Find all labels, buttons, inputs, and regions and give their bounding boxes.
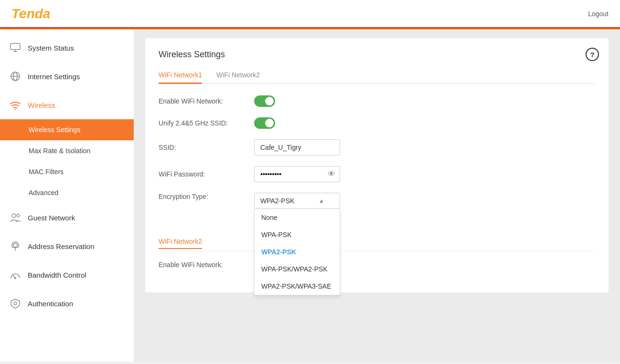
wifi-network1-content: Enable WiFi Network: Unify 2.4&5 GHz SSI… bbox=[159, 95, 595, 209]
encryption-label: Encryption Type: bbox=[159, 193, 254, 200]
ssid-row: SSID: bbox=[159, 139, 595, 156]
help-icon[interactable]: ? bbox=[586, 48, 599, 61]
option-wpa2-psk-wpa3-sae[interactable]: WPA2-PSK/WPA3-SAE bbox=[255, 278, 340, 295]
page-title: Wireless Settings bbox=[159, 50, 595, 60]
dropdown-selected[interactable]: WPA2-PSK ▲ bbox=[254, 193, 340, 209]
svg-point-8 bbox=[17, 214, 20, 217]
svg-point-12 bbox=[14, 277, 16, 279]
enable-wifi-network2-label: Enable WiFi Network: bbox=[159, 261, 254, 269]
sidebar-item-authentication[interactable]: Authentication bbox=[0, 289, 134, 318]
svg-rect-0 bbox=[11, 43, 20, 50]
topbar: Tenda Logout bbox=[0, 0, 620, 29]
option-none[interactable]: None bbox=[255, 209, 340, 226]
svg-point-6 bbox=[15, 109, 16, 110]
eye-icon[interactable]: 👁 bbox=[328, 170, 335, 178]
svg-point-7 bbox=[12, 214, 16, 218]
shield-icon bbox=[10, 298, 21, 309]
wifi-password-row: WiFi Password: 👁 bbox=[159, 166, 595, 182]
sidebar-item-guest-network[interactable]: Guest Network bbox=[0, 203, 134, 232]
toggle-thumb bbox=[265, 97, 274, 105]
tab-wifi-network2[interactable]: WiFi Network2 bbox=[216, 67, 260, 84]
svg-point-13 bbox=[14, 302, 17, 305]
unify-ssid-toggle[interactable] bbox=[254, 117, 275, 129]
sidebar-wireless-subitems: Wireless Settings Max Rate & Isolation M… bbox=[0, 119, 134, 203]
wifi-password-label: WiFi Password: bbox=[159, 170, 254, 178]
sidebar-item-advanced[interactable]: Advanced bbox=[29, 182, 134, 203]
wifi-icon bbox=[10, 99, 21, 111]
sidebar-item-guest-label: Guest Network bbox=[28, 214, 75, 222]
sidebar-item-wireless[interactable]: Wireless bbox=[0, 91, 134, 119]
wifi-network2-title: WiFi Network2 bbox=[159, 238, 202, 249]
wifi-password-input[interactable] bbox=[254, 166, 340, 182]
tab-bar: WiFi Network1 WiFi Network2 bbox=[159, 67, 595, 84]
sidebar-item-address-reservation[interactable]: Address Reservation bbox=[0, 232, 134, 260]
chevron-up-icon: ▲ bbox=[319, 198, 324, 204]
enable-wifi-network2-row: Enable WiFi Network: bbox=[159, 259, 595, 270]
content-box: Wireless Settings ? WiFi Network1 WiFi N… bbox=[145, 38, 609, 292]
dropdown-menu: None WPA-PSK WPA2-PSK WPA-PSK/WPA2-PSK W… bbox=[254, 209, 340, 295]
sidebar-item-internet-settings[interactable]: Internet Settings bbox=[0, 62, 134, 91]
gauge-icon bbox=[10, 269, 21, 281]
sidebar-item-system-status-label: System Status bbox=[28, 44, 74, 52]
dropdown-selected-value: WPA2-PSK bbox=[260, 197, 294, 205]
sidebar-item-max-rate[interactable]: Max Rate & Isolation bbox=[29, 140, 134, 161]
sidebar-item-auth-label: Authentication bbox=[28, 300, 73, 308]
encryption-dropdown[interactable]: WPA2-PSK ▲ None WPA-PSK WPA2-PSK WPA-PSK… bbox=[254, 193, 340, 209]
enable-wifi-toggle[interactable] bbox=[254, 95, 275, 107]
ssid-input[interactable] bbox=[254, 139, 340, 156]
network2-header-block: WiFi Network2 Enable WiFi Network: bbox=[159, 238, 595, 270]
sidebar-item-system-status[interactable]: System Status bbox=[0, 33, 134, 62]
sidebar-item-bandwidth-label: Bandwidth Control bbox=[28, 271, 86, 279]
option-wpa-psk-wpa2-psk[interactable]: WPA-PSK/WPA2-PSK bbox=[255, 260, 340, 278]
sidebar-item-mac-filters[interactable]: MAC Filters bbox=[29, 161, 134, 182]
main-content: Wireless Settings ? WiFi Network1 WiFi N… bbox=[134, 29, 620, 362]
tab-wifi-network1[interactable]: WiFi Network1 bbox=[159, 67, 202, 84]
sidebar-item-bandwidth-control[interactable]: Bandwidth Control bbox=[0, 260, 134, 289]
layout: System Status Internet Settings bbox=[0, 29, 620, 362]
option-wpa2-psk[interactable]: WPA2-PSK bbox=[255, 243, 340, 260]
toggle-thumb-2 bbox=[265, 119, 274, 127]
sidebar: System Status Internet Settings bbox=[0, 29, 134, 362]
option-wpa-psk[interactable]: WPA-PSK bbox=[255, 226, 340, 243]
globe-icon bbox=[10, 71, 21, 82]
logout-button[interactable]: Logout bbox=[588, 10, 609, 18]
sidebar-item-internet-label: Internet Settings bbox=[28, 73, 80, 81]
enable-wifi-label: Enable WiFi Network: bbox=[159, 97, 254, 105]
unify-ssid-label: Unify 2.4&5 GHz SSID: bbox=[159, 119, 254, 127]
sidebar-item-wireless-label: Wireless bbox=[28, 101, 55, 109]
enable-wifi-row: Enable WiFi Network: bbox=[159, 95, 595, 107]
sidebar-item-wireless-settings[interactable]: Wireless Settings bbox=[0, 119, 134, 140]
network2-section: WiFi Network2 Enable WiFi Network: bbox=[159, 238, 595, 270]
pin-icon bbox=[10, 240, 21, 252]
encryption-row: Encryption Type: WPA2-PSK ▲ None WPA-PSK… bbox=[159, 193, 595, 209]
brand-logo: Tenda bbox=[11, 6, 50, 21]
sidebar-item-address-label: Address Reservation bbox=[28, 242, 94, 250]
svg-point-9 bbox=[13, 243, 17, 247]
monitor-icon bbox=[10, 42, 21, 53]
ssid-label: SSID: bbox=[159, 144, 254, 151]
password-field-wrap: 👁 bbox=[254, 166, 340, 182]
unify-ssid-row: Unify 2.4&5 GHz SSID: bbox=[159, 117, 595, 129]
people-icon bbox=[10, 212, 21, 223]
